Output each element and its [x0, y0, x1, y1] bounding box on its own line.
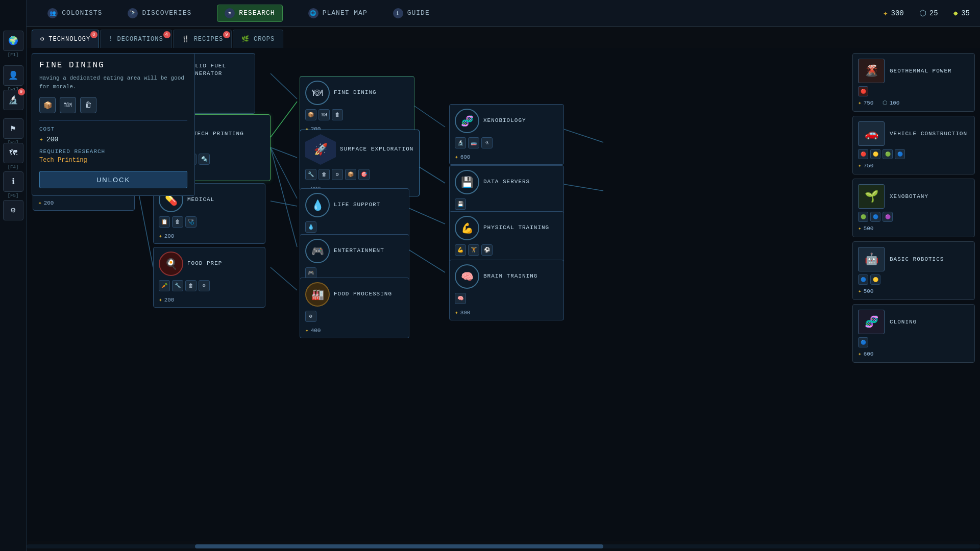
info-icon: ℹ: [12, 177, 15, 187]
xenobiology-cost: ✦ 600: [450, 152, 564, 164]
colonists-icon: 👥: [47, 8, 58, 18]
physical-training-title: Physical Training: [483, 224, 549, 232]
nav-discoveries[interactable]: 🔭 Discoveries: [128, 5, 191, 22]
medical-icon-2: 🗑: [172, 216, 183, 228]
node-xenobotany[interactable]: 🌱 Xenobotany 🟢 🔵 🟣 ✦ 500: [852, 179, 975, 237]
tech-printing-title: Tech Printing: [193, 130, 244, 138]
f4-shortcut: [F4]: [8, 165, 19, 170]
discoveries-icon: 🔭: [128, 8, 138, 18]
info-icons: 📦 🍽 🗑: [39, 97, 187, 113]
svg-line-5: [271, 147, 297, 158]
guide-icon: ℹ: [393, 8, 403, 18]
entertainment-image: 🎮: [305, 239, 330, 263]
medical-icon-1: 📋: [159, 216, 170, 228]
robotics-icon-2: 🟡: [870, 274, 880, 285]
cloning-title: Cloning: [890, 319, 917, 325]
cost-star-icon: ✦: [39, 135, 43, 143]
basic-robotics-title: Basic Robotics: [890, 256, 944, 262]
xeno-icon-3: ⚗: [481, 137, 493, 148]
node-fine-dining[interactable]: 🍽 Fine Dining 📦 🍽 🗑 ✦ 200: [300, 76, 414, 137]
node-cloning[interactable]: 🧬 Cloning 🔵 ✦ 600: [852, 304, 975, 363]
xenobotany-icon-1: 🟢: [858, 212, 868, 222]
brain-training-cost: ✦ 300: [450, 307, 564, 320]
physical-training-image: 💪: [455, 216, 479, 240]
nav-research[interactable]: ⚗ Research: [217, 5, 282, 22]
node-vehicle-construction[interactable]: 🚗 Vehicle Construction 🔴 🟡 🟢 🔵 ✦ 750: [852, 116, 975, 174]
cost-number: 200: [46, 136, 58, 143]
node-brain-training[interactable]: 🧠 Brain Training 🧠 ✦ 300: [449, 260, 564, 320]
crops-tab-label: Crops: [254, 36, 275, 43]
left-sidebar: 🌍 [F1] 👤 [F1] 9 🔬 ⚑ [F3] 🗺 [F4] ℹ [F5] ⚙: [0, 0, 27, 551]
sidebar-map[interactable]: 🗺 [F4]: [3, 143, 23, 163]
scrollbar-thumb[interactable]: [195, 544, 603, 548]
tab-recipes[interactable]: 🍴 Recipes 9: [173, 30, 232, 48]
info-panel: Fine Dining Having a dedicated eating ar…: [32, 53, 195, 196]
svg-line-15: [557, 183, 603, 191]
fine-dining-icon-1: 📦: [305, 109, 316, 120]
research-icon: ⚗: [225, 8, 235, 18]
tab-bar: ⚙ Technology 8 ! Decorations 4 🍴 Recipes…: [32, 27, 975, 48]
sidebar-planet[interactable]: 🌍 [F1]: [3, 31, 23, 51]
svg-line-3: [271, 73, 297, 99]
fine-dining-icon-3: 🗑: [332, 109, 343, 120]
vehicle-cost: ✦ 750: [858, 162, 969, 169]
surf-icon-4: 📦: [345, 169, 356, 180]
xenobiology-image: 🧬: [455, 109, 479, 133]
stat-science: ✦ 300: [883, 8, 904, 18]
basic-robotics-cost: ✦ 500: [858, 288, 969, 294]
planet-icon: 🌍: [8, 36, 18, 46]
node-xenobiology[interactable]: 🧬 Xenobiology 🔬 🧫 ⚗ ✦ 600: [449, 104, 564, 165]
tab-crops[interactable]: 🌿 Crops: [233, 30, 283, 48]
svg-line-12: [404, 206, 445, 224]
xenobiology-title: Xenobiology: [483, 117, 526, 124]
food-processing-cost: ✦ 400: [300, 325, 409, 338]
tab-decorations[interactable]: ! Decorations 4: [100, 30, 172, 48]
nav-planet-map[interactable]: 🌐 Planet Map: [308, 5, 368, 22]
node-basic-robotics[interactable]: 🤖 Basic Robotics 🔵 🟡 ✦ 500: [852, 241, 975, 300]
brain-icon-1: 🧠: [455, 293, 466, 304]
gear-icon: ⚙: [11, 205, 16, 215]
info-icon-1: 📦: [39, 97, 56, 113]
fine-dining-icon-2: 🍽: [318, 109, 330, 120]
technology-badge: 8: [90, 31, 97, 38]
energy-value: 35: [961, 9, 970, 17]
stat-minerals: ⬡ 25: [919, 8, 938, 18]
surf-icon-3: ⚙: [332, 169, 343, 180]
xenobotany-image: 🌱: [858, 184, 885, 209]
fine-dining-image: 🍽: [305, 81, 330, 105]
sidebar-settings[interactable]: ⚙: [3, 200, 23, 220]
xenobotany-title: Xenobotany: [890, 193, 928, 199]
scrollbar-track[interactable]: [27, 544, 980, 548]
phys-icon-2: 🏋: [468, 244, 479, 256]
sidebar-colonists[interactable]: 👤 [F1]: [3, 65, 23, 86]
flag-icon: ⚑: [11, 123, 16, 134]
node-surface-exploration[interactable]: 🚀 Surface Exploration 🔧 🗑 ⚙ 📦 🎯 ✦ 300: [300, 130, 420, 196]
research-badge: 9: [18, 88, 25, 95]
planet-map-icon: 🌐: [308, 8, 318, 18]
surface-exploration-hex-image: 🚀: [305, 134, 336, 165]
svg-line-14: [557, 127, 603, 142]
nav-discoveries-label: Discoveries: [142, 9, 191, 17]
top-nav: ‹ 👥 Colonists 🔭 Discoveries ⚗ Research 🌐…: [0, 0, 980, 27]
nav-guide[interactable]: ℹ Guide: [393, 5, 430, 22]
node-food-processing[interactable]: 🏭 Food Processing ⚙ ✦ 400: [300, 278, 409, 338]
sidebar-info[interactable]: ℹ [F5]: [3, 171, 23, 192]
cloning-icon-1: 🔵: [858, 337, 868, 347]
main-content: ⚙ Technology 8 ! Decorations 4 🍴 Recipes…: [27, 27, 980, 541]
sidebar-faction[interactable]: ⚑ [F3]: [3, 118, 23, 139]
food-proc-icon-1: ⚙: [305, 311, 316, 322]
unlock-button[interactable]: UNlock: [39, 171, 187, 188]
nav-guide-label: Guide: [407, 9, 430, 17]
fine-dining-title: Fine Dining: [334, 89, 377, 96]
info-icon-2: 🍽: [60, 97, 76, 113]
nav-colonists[interactable]: 👥 Colonists: [47, 5, 102, 22]
minerals-icon: ⬡: [919, 8, 926, 18]
sidebar-research[interactable]: 9 🔬: [3, 90, 23, 110]
tab-technology[interactable]: ⚙ Technology 8: [32, 30, 99, 48]
svg-line-7: [271, 267, 297, 290]
node-geothermal-power[interactable]: 🌋 Geothermal Power 🔴 ✦ 750 ⬡ 100: [852, 53, 975, 112]
surf-icon-1: 🔧: [305, 169, 316, 180]
node-food-prep[interactable]: 🍳 Food Prep 🥕 🔧 🗑 ⚙ ✦ 200: [153, 247, 265, 308]
vehicle-icon-2: 🟡: [870, 149, 880, 159]
recipes-tab-label: Recipes: [194, 36, 223, 43]
